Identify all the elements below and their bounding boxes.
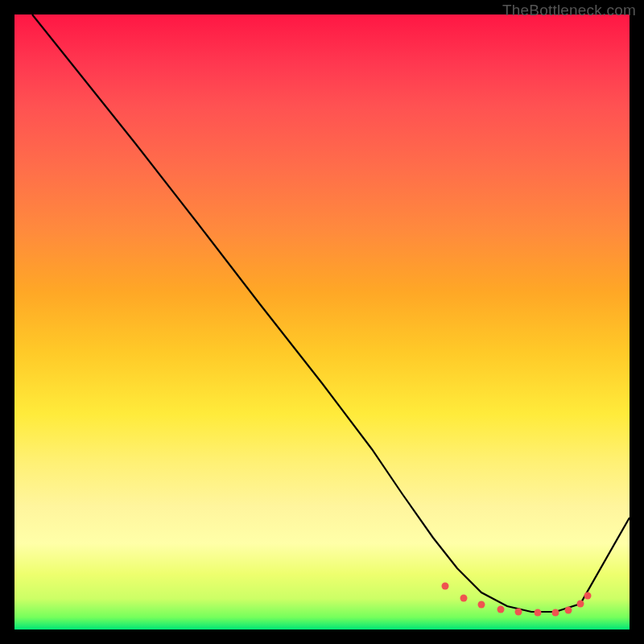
svg-point-0 xyxy=(442,583,449,590)
svg-point-4 xyxy=(515,609,522,616)
svg-point-5 xyxy=(535,609,542,617)
svg-point-9 xyxy=(584,592,592,600)
svg-point-2 xyxy=(478,601,485,609)
chart-svg xyxy=(14,14,630,630)
svg-point-1 xyxy=(460,595,468,602)
chart-plot-area xyxy=(14,14,630,630)
svg-point-7 xyxy=(565,607,572,614)
svg-point-8 xyxy=(577,601,584,608)
svg-point-6 xyxy=(552,609,559,617)
bottleneck-curve xyxy=(32,14,630,612)
optimal-range-markers xyxy=(442,583,592,617)
svg-point-3 xyxy=(497,606,505,613)
watermark-text: TheBottleneck.com xyxy=(502,2,636,19)
